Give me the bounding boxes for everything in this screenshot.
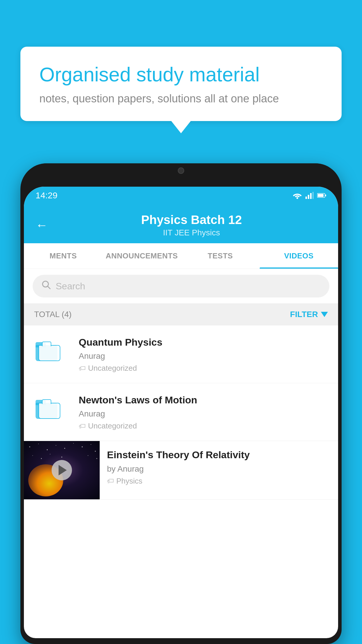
svg-rect-3 — [310, 193, 312, 199]
video-tag-1: 🏷 Uncategorized — [79, 364, 329, 373]
video-author-2: Anurag — [79, 409, 329, 419]
phone-notch — [161, 163, 201, 178]
video-thumbnail-3 — [24, 441, 100, 499]
svg-rect-6 — [318, 194, 324, 197]
folder-icon-wrap — [33, 336, 62, 365]
tabs-bar: MENTS ANNOUNCEMENTS TESTS VIDEOS — [24, 243, 338, 269]
folder-front-tab — [42, 342, 51, 346]
video-thumb-2 — [33, 393, 71, 423]
svg-rect-2 — [308, 195, 309, 199]
svg-point-12 — [47, 449, 48, 450]
svg-rect-1 — [305, 197, 307, 199]
tab-ments[interactable]: MENTS — [24, 243, 103, 269]
tag-icon-1: 🏷 — [79, 364, 86, 372]
search-placeholder: Search — [56, 281, 85, 292]
play-button[interactable] — [52, 460, 72, 480]
phone-camera — [178, 167, 184, 174]
video-title-3: Einstein's Theory Of Relativity — [107, 448, 331, 461]
svg-point-24 — [96, 458, 97, 459]
speech-bubble: Organised study material notes, question… — [20, 47, 342, 121]
speech-bubble-subtitle: notes, question papers, solutions all at… — [39, 92, 323, 105]
svg-point-0 — [296, 197, 298, 199]
filter-label: FILTER — [290, 310, 318, 319]
tab-tests[interactable]: TESTS — [181, 243, 260, 269]
svg-line-9 — [48, 286, 50, 289]
header-title-block: Physics Batch 12 IIT JEE Physics — [57, 213, 326, 237]
video-list: Quantum Physics Anurag 🏷 Uncategorized — [24, 326, 338, 500]
svg-point-10 — [29, 447, 30, 447]
status-time: 14:29 — [36, 190, 57, 200]
play-icon — [59, 465, 67, 475]
filter-bar: TOTAL (4) FILTER — [24, 303, 338, 326]
search-bar[interactable]: Search — [33, 275, 329, 298]
total-count: TOTAL (4) — [34, 310, 72, 319]
tag-label-3: Physics — [116, 477, 143, 486]
video-info-2: Newton's Laws of Motion Anurag 🏷 Uncateg… — [79, 393, 329, 430]
folder-front-2 — [38, 403, 60, 419]
tag-icon-3: 🏷 — [107, 477, 114, 485]
phone-screen: 14:29 — [24, 187, 338, 638]
svg-rect-4 — [312, 192, 314, 199]
svg-point-20 — [41, 458, 42, 459]
list-item[interactable]: Newton's Laws of Motion Anurag 🏷 Uncateg… — [24, 383, 338, 441]
video-info-3: Einstein's Theory Of Relativity by Anura… — [100, 441, 338, 493]
tag-icon-2: 🏷 — [79, 422, 86, 430]
svg-point-19 — [32, 455, 33, 456]
status-icons — [293, 192, 326, 199]
status-bar: 14:29 — [24, 187, 338, 204]
tag-label-1: Uncategorized — [88, 364, 137, 373]
video-tag-2: 🏷 Uncategorized — [79, 421, 329, 430]
folder-icon-2 — [36, 400, 59, 419]
folder-front — [38, 345, 60, 361]
video-info-1: Quantum Physics Anurag 🏷 Uncategorized — [79, 336, 329, 373]
wifi-icon — [293, 192, 302, 199]
page-subtitle: IIT JEE Physics — [57, 228, 326, 237]
video-thumb-1 — [33, 336, 71, 365]
folder-icon-wrap-2 — [33, 393, 62, 423]
svg-point-22 — [61, 457, 62, 458]
svg-point-21 — [50, 454, 50, 454]
back-button[interactable]: ← — [36, 218, 48, 232]
battery-icon — [317, 193, 326, 198]
folder-front-tab-2 — [42, 399, 51, 404]
video-author-1: Anurag — [79, 351, 329, 361]
tag-label-2: Uncategorized — [88, 421, 137, 430]
svg-point-13 — [56, 445, 56, 446]
svg-point-11 — [38, 444, 39, 444]
speech-bubble-title: Organised study material — [39, 63, 323, 87]
phone-top-bar — [20, 163, 342, 187]
svg-point-23 — [88, 455, 88, 456]
phone-frame: 14:29 — [20, 163, 342, 644]
filter-icon — [321, 312, 328, 317]
svg-point-17 — [91, 444, 91, 445]
speech-bubble-container: Organised study material notes, question… — [20, 47, 342, 121]
folder-icon — [36, 342, 59, 361]
tab-videos[interactable]: VIDEOS — [260, 243, 338, 269]
svg-point-16 — [82, 447, 83, 447]
svg-point-18 — [95, 451, 96, 452]
signal-icon — [305, 192, 314, 199]
search-icon — [41, 280, 51, 292]
list-item[interactable]: Einstein's Theory Of Relativity by Anura… — [24, 441, 338, 500]
svg-rect-7 — [325, 195, 326, 196]
svg-point-14 — [64, 448, 65, 449]
video-title-2: Newton's Laws of Motion — [79, 393, 329, 406]
search-bar-container: Search — [24, 269, 338, 303]
svg-point-15 — [73, 443, 74, 444]
video-author-3: by Anurag — [107, 464, 331, 474]
page-title: Physics Batch 12 — [57, 213, 326, 227]
list-item[interactable]: Quantum Physics Anurag 🏷 Uncategorized — [24, 326, 338, 383]
video-tag-3: 🏷 Physics — [107, 477, 331, 486]
video-title-1: Quantum Physics — [79, 336, 329, 349]
tab-announcements[interactable]: ANNOUNCEMENTS — [103, 243, 181, 269]
app-header: ← Physics Batch 12 IIT JEE Physics — [24, 204, 338, 243]
filter-button[interactable]: FILTER — [290, 310, 328, 319]
